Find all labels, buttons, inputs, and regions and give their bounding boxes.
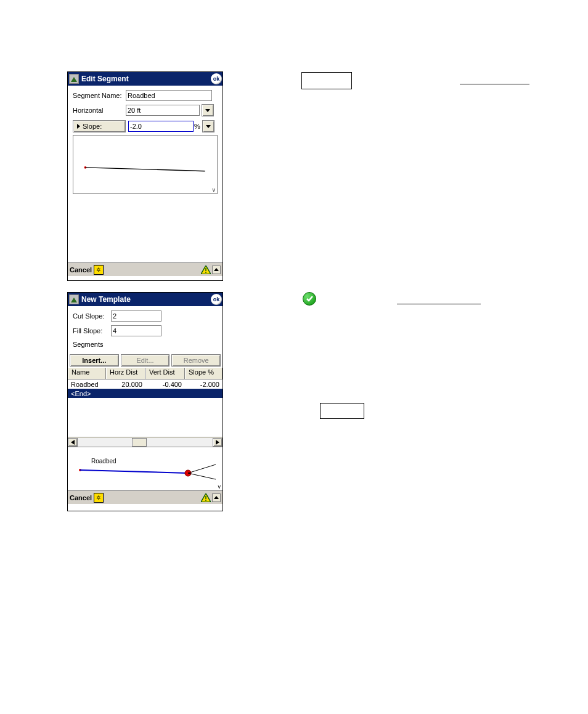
fill-slope-label: Fill Slope:: [73, 327, 111, 335]
cut-slope-label: Cut Slope:: [73, 312, 111, 320]
scroll-track[interactable]: [78, 438, 213, 447]
ok-button[interactable]: ok: [211, 73, 222, 84]
segments-label: Segments: [73, 341, 104, 348]
remove-button[interactable]: Remove: [171, 354, 221, 367]
fill-slope-input[interactable]: [111, 325, 161, 336]
col-vert[interactable]: Vert Dist: [145, 368, 185, 379]
slope-input[interactable]: [128, 121, 194, 132]
cut-slope-input[interactable]: [111, 310, 161, 322]
segment-name-label: Segment Name:: [73, 92, 126, 99]
app-icon: [69, 74, 79, 84]
edit-segment-titlebar: Edit Segment ok: [68, 72, 223, 86]
segments-table-body: Roadbed 20.000 -0.400 -2.000 <End>: [68, 379, 223, 437]
col-horz[interactable]: Horz Dist: [106, 368, 145, 379]
horizontal-dropdown[interactable]: [202, 104, 214, 116]
preview-v-label: v: [213, 187, 216, 193]
preview-roadbed-label: Roadbed: [91, 458, 116, 465]
table-row-selected[interactable]: <End>: [68, 389, 223, 398]
edit-segment-dialog: Edit Segment ok Segment Name: Horizontal…: [67, 71, 223, 281]
svg-line-5: [80, 470, 188, 473]
scroll-thumb[interactable]: [132, 438, 147, 447]
cancel-button[interactable]: Cancel: [70, 266, 92, 274]
horizontal-label: Horizontal: [73, 107, 126, 114]
slope-unit: %: [194, 123, 200, 130]
template-preview: Roadbed v: [68, 447, 223, 490]
svg-point-10: [205, 500, 206, 501]
ok-button[interactable]: ok: [211, 294, 222, 305]
cancel-button[interactable]: Cancel: [70, 494, 92, 501]
slope-toggle-button[interactable]: Slope:: [73, 120, 126, 132]
new-template-titlebar: New Template ok: [68, 293, 223, 306]
edit-button[interactable]: Edit...: [121, 354, 170, 367]
scroll-right-button[interactable]: [213, 438, 223, 447]
menu-up-button[interactable]: [212, 493, 221, 502]
col-slope[interactable]: Slope %: [185, 368, 223, 379]
col-name[interactable]: Name: [68, 368, 106, 379]
edit-segment-footer: Cancel ✲: [68, 262, 223, 276]
check-icon: [303, 292, 316, 306]
segment-preview: v: [73, 135, 218, 194]
keyboard-icon[interactable]: ✲: [94, 493, 104, 503]
edit-segment-title: Edit Segment: [81, 75, 211, 83]
app-icon: [69, 294, 79, 304]
new-template-content: Cut Slope: Fill Slope: Segments: [68, 306, 223, 353]
slope-label: Slope:: [83, 123, 102, 130]
scroll-left-button[interactable]: [68, 438, 78, 447]
menu-up-button[interactable]: [212, 266, 221, 274]
warning-icon[interactable]: [201, 493, 211, 502]
new-template-dialog: New Template ok Cut Slope: Fill Slope: S…: [67, 292, 223, 511]
insert-button[interactable]: Insert...: [70, 354, 119, 367]
segments-table-header: Name Horz Dist Vert Dist Slope %: [68, 367, 223, 379]
segment-name-input[interactable]: [126, 90, 212, 101]
empty-box-1: [301, 72, 352, 89]
table-row[interactable]: Roadbed 20.000 -0.400 -2.000: [68, 379, 223, 389]
svg-line-1: [85, 168, 205, 171]
new-template-title: New Template: [81, 295, 211, 304]
svg-line-8: [188, 473, 216, 479]
slope-dropdown[interactable]: [202, 120, 214, 132]
horizontal-scrollbar[interactable]: [68, 437, 223, 447]
empty-box-2: [320, 403, 364, 419]
horizontal-input[interactable]: [126, 105, 200, 116]
svg-line-7: [188, 465, 216, 473]
svg-point-3: [205, 272, 206, 273]
keyboard-icon[interactable]: ✲: [94, 265, 104, 275]
preview-v-label: v: [218, 484, 221, 490]
edit-segment-content: Segment Name: Horizontal Slope: % v: [68, 86, 223, 262]
warning-icon[interactable]: [201, 266, 211, 274]
underline-2: [397, 304, 481, 304]
underline-1: [460, 84, 529, 84]
new-template-footer: Cancel ✲: [68, 490, 223, 504]
